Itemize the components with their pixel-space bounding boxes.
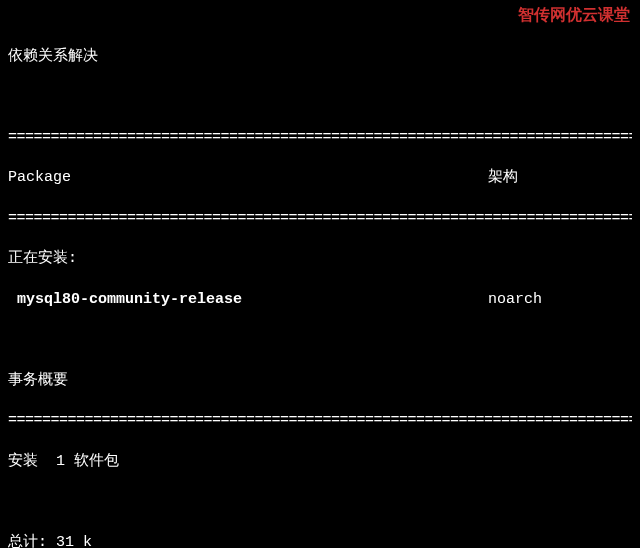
col-package: Package	[8, 168, 488, 188]
install-count: 安装 1 软件包	[8, 452, 632, 472]
divider: ========================================…	[8, 209, 632, 229]
col-arch: 架构	[488, 168, 632, 188]
blank-line	[8, 492, 632, 512]
table-header: Package 架构	[8, 168, 632, 188]
blank-line	[8, 87, 632, 107]
blank-line	[8, 330, 632, 350]
installing-label: 正在安装:	[8, 249, 632, 269]
divider: ========================================…	[8, 411, 632, 431]
watermark-text: 智传网优云课堂	[518, 4, 630, 26]
line-resolving: 依赖关系解决	[8, 47, 632, 67]
pkg-name: mysql80-community-release	[8, 290, 488, 310]
pkg-arch: noarch	[488, 290, 632, 310]
summary-title: 事务概要	[8, 371, 632, 391]
divider: ========================================…	[8, 128, 632, 148]
terminal-output: 智传网优云课堂 依赖关系解决 =========================…	[0, 0, 640, 548]
total-size: 总计: 31 k	[8, 533, 632, 549]
table-row: mysql80-community-release noarch	[8, 290, 632, 310]
